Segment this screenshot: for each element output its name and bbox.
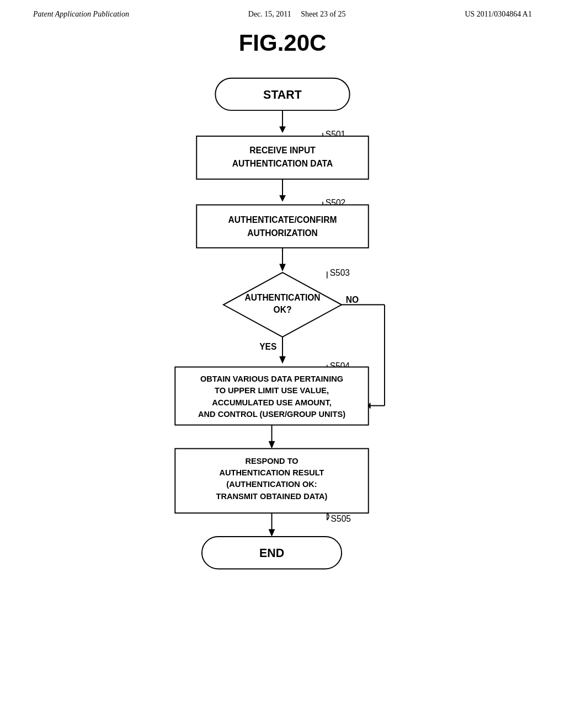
- respond-text-line3: (AUTHENTICATION OK:: [226, 480, 317, 489]
- header-date-sheet: Dec. 15, 2011 Sheet 23 of 25: [248, 10, 346, 19]
- respond-text-line1: RESPOND TO: [245, 457, 298, 465]
- s505-label: S505: [331, 514, 351, 523]
- flowchart-container: START S501 RECEIVE INPUT AUTHENTICATION …: [0, 73, 565, 679]
- s503-text-line2: OK?: [274, 305, 292, 314]
- s502-text-line2: AUTHORIZATION: [247, 228, 318, 238]
- header-patent-number: US 2011/0304864 A1: [465, 10, 532, 19]
- header-date: Dec. 15, 2011: [248, 10, 291, 18]
- no-label: NO: [346, 295, 359, 304]
- s502-shape: [196, 205, 369, 248]
- arrowhead-s501-s502: [279, 195, 286, 202]
- s504-text-line3: ACCUMULATED USE AMOUNT,: [212, 398, 331, 407]
- arrowhead-start-s501: [279, 126, 286, 133]
- s504-text-line4: AND CONTROL (USER/GROUP UNITS): [198, 410, 345, 419]
- s501-text-line2: AUTHENTICATION DATA: [232, 159, 333, 168]
- start-label: START: [263, 88, 302, 101]
- s502-text-line1: AUTHENTICATE/CONFIRM: [228, 215, 337, 224]
- page-header: Patent Application Publication Dec. 15, …: [0, 0, 565, 24]
- arrowhead-s504-respond: [269, 441, 275, 449]
- arrowhead-respond-end: [269, 529, 275, 537]
- arrowhead-s502-s503: [279, 264, 286, 272]
- s501-text-line1: RECEIVE INPUT: [249, 146, 316, 155]
- s504-text-line1: OBTAIN VARIOUS DATA PERTAINING: [200, 374, 343, 383]
- arrowhead-yes-s504: [279, 356, 286, 364]
- respond-text-line2: AUTHENTICATION RESULT: [220, 468, 324, 477]
- end-label: END: [259, 547, 284, 560]
- s503-text-line1: AUTHENTICATION: [244, 293, 320, 302]
- s501-shape: [196, 136, 369, 179]
- s504-text-line2: TO UPPER LIMIT USE VALUE,: [215, 386, 329, 395]
- s503-label: S503: [330, 268, 350, 277]
- figure-title: FIG.20C: [0, 30, 565, 56]
- respond-text-line4: TRANSMIT OBTAINED DATA): [216, 492, 328, 501]
- header-sheet: Sheet 23 of 25: [301, 10, 345, 18]
- yes-label: YES: [259, 342, 276, 351]
- header-publication: Patent Application Publication: [33, 10, 129, 19]
- flowchart-svg: START S501 RECEIVE INPUT AUTHENTICATION …: [128, 73, 437, 679]
